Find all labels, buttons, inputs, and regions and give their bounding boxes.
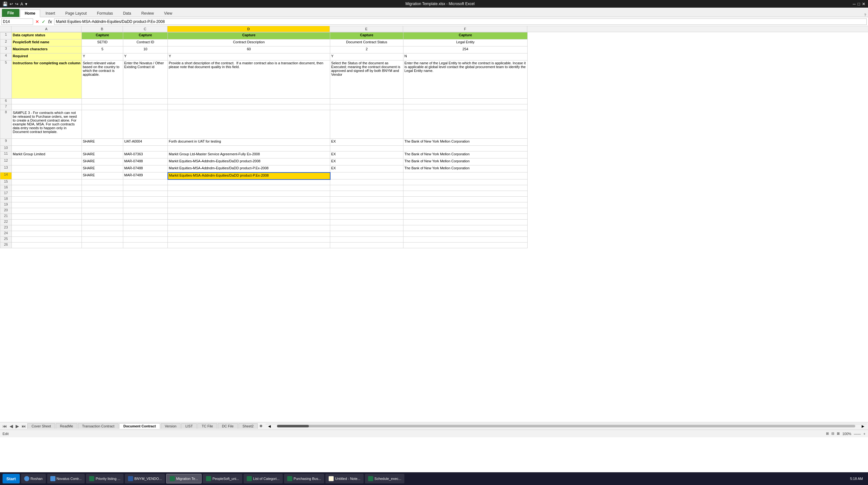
cell-r1c6[interactable]: Capture — [403, 32, 528, 39]
tab-home[interactable]: Home — [20, 9, 40, 17]
cell-r12c1[interactable] — [12, 159, 82, 165]
sheet-tab-tc-file[interactable]: TC File — [197, 423, 217, 429]
cell-r11c4[interactable]: Markit Group Ltd-Master Service Agreemen… — [168, 152, 330, 159]
row-number-5[interactable]: 5 — [0, 61, 12, 99]
cell-r17c3[interactable] — [123, 191, 168, 197]
help-icon[interactable]: ? — [864, 13, 866, 17]
row-number-25[interactable]: 25 — [0, 237, 12, 243]
cell-r7c6[interactable] — [403, 104, 528, 110]
col-header-e[interactable]: E — [330, 26, 403, 32]
cell-r20c2[interactable] — [82, 208, 123, 214]
cell-r10c6[interactable] — [403, 146, 528, 152]
cell-r26c5[interactable] — [330, 243, 403, 248]
cell-r26c4[interactable] — [168, 243, 330, 248]
cell-r11c1[interactable]: Markit Group Limited — [12, 152, 82, 159]
cell-r26c3[interactable] — [123, 243, 168, 248]
row-number-14[interactable]: 14 — [0, 172, 12, 180]
cell-r10c3[interactable] — [123, 146, 168, 152]
cell-r20c3[interactable] — [123, 208, 168, 214]
cell-r9c4[interactable]: Forth document in UAT for testing — [168, 139, 330, 146]
row-number-13[interactable]: 13 — [0, 165, 12, 172]
cell-r4c2[interactable]: Y — [82, 54, 123, 61]
cell-r14c4[interactable]: Markit Equities-MSA-Addndm-Equities/DaDD… — [168, 172, 330, 180]
more-icon[interactable]: ▾ — [25, 2, 27, 6]
cell-r19c4[interactable] — [168, 202, 330, 208]
cell-r26c2[interactable] — [82, 243, 123, 248]
taskbar-roshan[interactable]: Roshan — [21, 474, 46, 483]
cell-r9c3[interactable]: UAT-A0004 — [123, 139, 168, 146]
cell-r22c4[interactable] — [168, 220, 330, 225]
cell-r14c3[interactable]: MAR-07489 — [123, 172, 168, 180]
cell-r24c1[interactable] — [12, 231, 82, 237]
tab-page-layout[interactable]: Page Layout — [61, 9, 91, 17]
taskbar-peoplesoft[interactable]: PeopleSoft_uni... — [203, 474, 242, 483]
cell-r7c5[interactable] — [330, 104, 403, 110]
cell-r5c6[interactable]: Enter the name of the Legal Entity to wh… — [403, 61, 528, 99]
cell-r23c2[interactable] — [82, 225, 123, 231]
cell-r18c1[interactable] — [12, 197, 82, 202]
col-header-b[interactable]: B — [82, 26, 123, 32]
sheet-tab-transaction-contract[interactable]: Transaction Contract — [78, 423, 119, 429]
cell-r3c5[interactable]: 2 — [330, 46, 403, 54]
cell-r17c2[interactable] — [82, 191, 123, 197]
tab-formulas[interactable]: Formulas — [92, 9, 118, 17]
taskbar-novatus[interactable]: Novatus Contr... — [47, 474, 85, 483]
cell-r2c5[interactable]: Document Contract Status — [330, 39, 403, 46]
cell-r8c1[interactable]: SAMPLE 3 - For contracts which can not b… — [12, 110, 82, 139]
redo-icon[interactable]: ↪ — [15, 2, 19, 6]
cell-r24c2[interactable] — [82, 231, 123, 237]
cell-r2c2[interactable]: SETID — [82, 39, 123, 46]
cell-reference-box[interactable] — [1, 19, 33, 25]
col-header-d[interactable]: D — [167, 26, 330, 32]
tab-view[interactable]: View — [159, 9, 177, 17]
start-button[interactable]: Start — [3, 474, 20, 483]
cell-r1c2[interactable]: Capture — [82, 32, 123, 39]
cell-r3c3[interactable]: 10 — [123, 46, 168, 54]
zoom-in-icon[interactable]: + — [864, 432, 865, 436]
cell-r23c4[interactable] — [168, 225, 330, 231]
row-number-21[interactable]: 21 — [0, 214, 12, 220]
cell-r19c3[interactable] — [123, 202, 168, 208]
cell-r8c2[interactable] — [82, 110, 123, 139]
taskbar-priority[interactable]: Priority listing ... — [86, 474, 124, 483]
cell-r14c6[interactable] — [403, 172, 528, 180]
cell-r25c6[interactable] — [403, 237, 528, 243]
cell-r5c3[interactable]: Enter the Novatus / Other Existing Contr… — [123, 61, 168, 99]
cell-r12c6[interactable]: The Bank of New York Mellon Corporation — [403, 159, 528, 165]
cell-r5c1[interactable]: Instructions for completing each column — [12, 61, 82, 99]
cell-r4c4[interactable]: Y — [168, 54, 330, 61]
taskbar-purchasing[interactable]: Purchasing Bus... — [284, 474, 324, 483]
highlight-icon[interactable]: A — [20, 2, 23, 6]
cell-r20c6[interactable] — [403, 208, 528, 214]
cell-r1c5[interactable]: Capture — [330, 32, 403, 39]
cell-r7c3[interactable] — [123, 104, 168, 110]
sheet-nav-next[interactable]: ▶ — [14, 424, 20, 429]
save-icon[interactable]: 💾 — [3, 2, 8, 6]
sheet-tab-readme[interactable]: ReadMe — [56, 423, 78, 429]
cell-r25c1[interactable] — [12, 237, 82, 243]
row-number-2[interactable]: 2 — [0, 39, 12, 46]
cell-r6c1[interactable] — [12, 99, 82, 104]
tab-review[interactable]: Review — [136, 9, 159, 17]
insert-function-btn[interactable]: fx — [47, 19, 53, 24]
cell-r11c3[interactable]: MAR-07363 — [123, 152, 168, 159]
minimize-icon[interactable]: ─ — [853, 2, 856, 6]
cell-r1c4[interactable]: Capture — [168, 32, 330, 39]
cell-r6c6[interactable] — [403, 99, 528, 104]
row-number-11[interactable]: 11 — [0, 152, 12, 159]
row-number-8[interactable]: 8 — [0, 110, 12, 139]
tab-data[interactable]: Data — [118, 9, 136, 17]
row-number-26[interactable]: 26 — [0, 243, 12, 248]
cell-r13c2[interactable]: SHARE — [82, 165, 123, 172]
cell-r16c2[interactable] — [82, 185, 123, 191]
cell-r13c6[interactable]: The Bank of New York Mellon Corporation — [403, 165, 528, 172]
close-icon[interactable]: ✕ — [862, 2, 865, 6]
cell-r2c6[interactable]: Legal Entity — [403, 39, 528, 46]
cell-r23c6[interactable] — [403, 225, 528, 231]
cell-r20c5[interactable] — [330, 208, 403, 214]
scroll-left-icon[interactable]: ◀ — [268, 424, 271, 428]
cell-r13c3[interactable]: MAR-07488 — [123, 165, 168, 172]
cell-r10c4[interactable] — [168, 146, 330, 152]
cell-r17c4[interactable] — [168, 191, 330, 197]
cell-r10c2[interactable] — [82, 146, 123, 152]
